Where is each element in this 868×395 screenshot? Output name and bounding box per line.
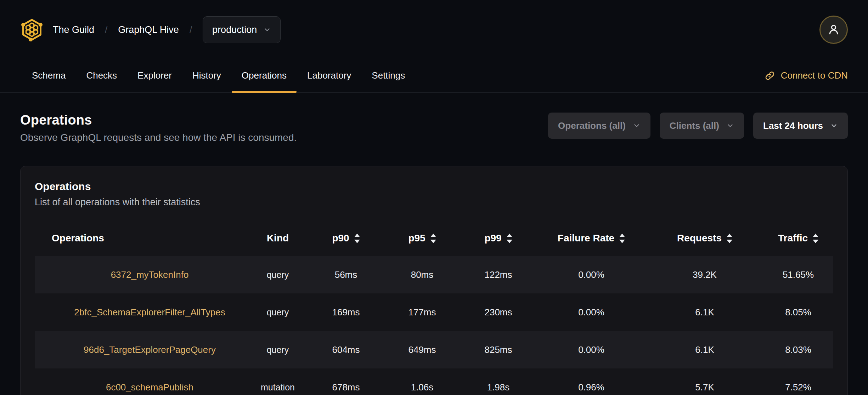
traffic-cell: 8.03% xyxy=(763,344,833,355)
traffic-cell: 51.65% xyxy=(763,269,833,280)
failure-rate-cell: 0.00% xyxy=(536,269,646,280)
p95-cell: 177ms xyxy=(384,307,460,318)
sort-toggle-icon[interactable] xyxy=(354,234,360,243)
p95-cell: 1.06s xyxy=(384,382,460,393)
hive-hexagon-icon xyxy=(20,18,44,41)
target-selector-value: production xyxy=(212,24,257,35)
p90-cell: 604ms xyxy=(308,344,384,355)
target-selector[interactable]: production xyxy=(203,16,281,43)
user-menu-button[interactable] xyxy=(819,16,848,44)
operation-link[interactable]: 2bfc_SchemaExplorerFilter_AllTypes xyxy=(74,307,225,317)
card-title: Operations xyxy=(35,181,833,193)
kind-cell: query xyxy=(248,270,308,280)
failure-rate-cell: 0.00% xyxy=(536,344,646,355)
tab-laboratory[interactable]: Laboratory xyxy=(307,59,351,92)
failure-rate-cell: 0.00% xyxy=(536,307,646,318)
period-filter-dropdown[interactable]: Last 24 hours xyxy=(753,113,848,139)
topbar: The Guild / GraphQL Hive / production xyxy=(0,0,868,44)
tab-explorer[interactable]: Explorer xyxy=(137,59,172,92)
p99-cell: 1.98s xyxy=(460,382,536,393)
column-header-failure-rate[interactable]: Failure Rate xyxy=(536,233,646,244)
column-header-p95[interactable]: p95 xyxy=(384,233,460,244)
column-header-requests[interactable]: Requests xyxy=(646,233,763,244)
sort-toggle-icon[interactable] xyxy=(507,234,512,243)
tab-history[interactable]: History xyxy=(192,59,221,92)
card-subtitle: List of all operations with their statis… xyxy=(35,197,833,208)
breadcrumb: The Guild / GraphQL Hive / production xyxy=(53,16,281,43)
p90-cell: 56ms xyxy=(308,269,384,280)
operations-filter-label: Operations (all) xyxy=(558,120,626,131)
page-title: Operations xyxy=(20,113,297,128)
traffic-cell: 8.05% xyxy=(763,307,833,318)
page-header: Operations Observe GraphQL requests and … xyxy=(0,113,868,143)
traffic-cell: 7.52% xyxy=(763,382,833,393)
user-icon xyxy=(827,23,841,37)
p99-cell: 122ms xyxy=(460,269,536,280)
tab-checks[interactable]: Checks xyxy=(86,59,117,92)
kind-cell: mutation xyxy=(248,382,308,393)
chevron-down-icon xyxy=(263,26,271,34)
period-filter-label: Last 24 hours xyxy=(763,120,823,131)
table-row: 2bfc_SchemaExplorerFilter_AllTypes query… xyxy=(35,293,833,331)
table-header-row: Operations Kind p90 p95 p99 Failure Rate… xyxy=(35,221,833,256)
tab-schema[interactable]: Schema xyxy=(32,59,66,92)
operations-card: Operations List of all operations with t… xyxy=(20,166,848,395)
requests-cell: 6.1K xyxy=(646,344,763,355)
table-row: 6372_myTokenInfo query 56ms 80ms 122ms 0… xyxy=(35,256,833,293)
requests-cell: 39.2K xyxy=(646,269,763,280)
p95-cell: 649ms xyxy=(384,344,460,355)
table-row: 6c00_schemaPublish mutation 678ms 1.06s … xyxy=(35,368,833,395)
chevron-down-icon xyxy=(726,122,734,130)
breadcrumb-separator: / xyxy=(190,24,192,35)
nav-tabs-bar: Schema Checks Explorer History Operation… xyxy=(0,59,868,93)
breadcrumb-separator: / xyxy=(105,24,107,35)
operation-link[interactable]: 96d6_TargetExplorerPageQuery xyxy=(84,344,216,355)
link-icon xyxy=(765,70,775,81)
requests-cell: 5.7K xyxy=(646,382,763,393)
table-row: 96d6_TargetExplorerPageQuery query 604ms… xyxy=(35,331,833,368)
sort-toggle-icon[interactable] xyxy=(727,234,732,243)
column-header-p90[interactable]: p90 xyxy=(308,233,384,244)
chevron-down-icon xyxy=(633,122,641,130)
chevron-down-icon xyxy=(830,122,838,130)
connect-cdn-link[interactable]: Connect to CDN xyxy=(765,59,848,92)
connect-cdn-label: Connect to CDN xyxy=(781,70,848,81)
sort-toggle-icon[interactable] xyxy=(430,234,436,243)
kind-cell: query xyxy=(248,345,308,355)
p99-cell: 825ms xyxy=(460,344,536,355)
clients-filter-dropdown[interactable]: Clients (all) xyxy=(660,113,744,139)
kind-cell: query xyxy=(248,307,308,317)
tab-settings[interactable]: Settings xyxy=(372,59,405,92)
page-header-text: Operations Observe GraphQL requests and … xyxy=(20,113,297,143)
breadcrumb-org[interactable]: The Guild xyxy=(53,24,94,35)
column-header-kind: Kind xyxy=(248,233,308,244)
p99-cell: 230ms xyxy=(460,307,536,318)
column-header-p99[interactable]: p99 xyxy=(460,233,536,244)
nav-tabs: Schema Checks Explorer History Operation… xyxy=(32,59,405,92)
operation-link[interactable]: 6c00_schemaPublish xyxy=(106,382,193,393)
filter-bar: Operations (all) Clients (all) Last 24 h… xyxy=(548,113,848,139)
requests-cell: 6.1K xyxy=(646,307,763,318)
operation-link[interactable]: 6372_myTokenInfo xyxy=(111,269,189,280)
p95-cell: 80ms xyxy=(384,269,460,280)
page-subtitle: Observe GraphQL requests and see how the… xyxy=(20,132,297,143)
failure-rate-cell: 0.96% xyxy=(536,382,646,393)
column-header-traffic[interactable]: Traffic xyxy=(763,233,833,244)
column-header-operations: Operations xyxy=(35,233,248,244)
table-body: 6372_myTokenInfo query 56ms 80ms 122ms 0… xyxy=(35,256,833,395)
p90-cell: 169ms xyxy=(308,307,384,318)
clients-filter-label: Clients (all) xyxy=(670,120,719,131)
sort-toggle-icon[interactable] xyxy=(813,234,818,243)
tab-operations[interactable]: Operations xyxy=(242,59,287,92)
operations-filter-dropdown[interactable]: Operations (all) xyxy=(548,113,650,139)
p90-cell: 678ms xyxy=(308,382,384,393)
sort-toggle-icon[interactable] xyxy=(619,234,625,243)
operations-table: Operations Kind p90 p95 p99 Failure Rate… xyxy=(35,221,833,395)
hive-logo[interactable] xyxy=(20,18,44,41)
breadcrumb-project[interactable]: GraphQL Hive xyxy=(118,24,179,35)
